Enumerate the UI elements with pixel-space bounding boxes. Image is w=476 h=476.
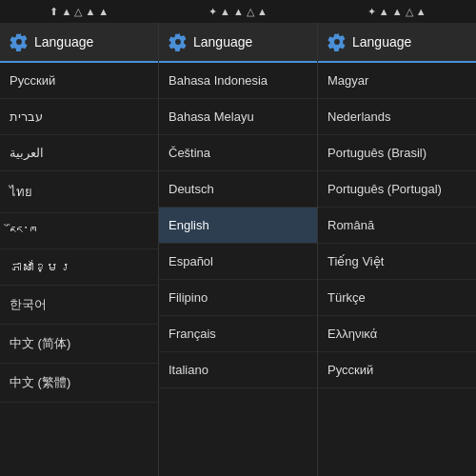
language-item[interactable]: English bbox=[159, 208, 317, 244]
gear-icon-3 bbox=[327, 32, 347, 51]
language-item[interactable]: ཇོང་ཁ bbox=[0, 213, 158, 249]
column-2-header: Language bbox=[159, 23, 317, 63]
language-item[interactable]: ไทย bbox=[0, 171, 158, 213]
column-1-header: Language bbox=[0, 23, 158, 63]
language-item[interactable]: 中文 (繁體) bbox=[0, 364, 158, 403]
language-item[interactable]: Bahasa Melayu bbox=[159, 99, 317, 135]
column-2: Language Bahasa IndonesiaBahasa MelayuČe… bbox=[159, 23, 318, 476]
language-item[interactable]: العربية bbox=[0, 135, 158, 171]
language-item[interactable]: Filipino bbox=[159, 280, 317, 316]
language-item[interactable]: Français bbox=[159, 316, 317, 352]
language-item[interactable]: Türkçe bbox=[318, 280, 476, 316]
column-1-label: Language bbox=[34, 34, 93, 50]
gear-icon-2 bbox=[169, 32, 188, 51]
status-left: ⬆ ▲ △ ▲ ▲ bbox=[50, 6, 109, 18]
language-item[interactable]: Română bbox=[318, 208, 476, 244]
language-item[interactable]: Magyar bbox=[318, 63, 476, 99]
language-item[interactable]: Bahasa Indonesia bbox=[159, 63, 317, 99]
language-item[interactable]: Tiếng Việt bbox=[318, 244, 476, 280]
columns-container: Language Русскийעבריתالعربيةไทยཇོང་ཁភាសា… bbox=[0, 23, 476, 476]
language-item[interactable]: Nederlands bbox=[318, 99, 476, 135]
column-3-label: Language bbox=[352, 34, 411, 50]
status-bar: ⬆ ▲ △ ▲ ▲ ✦ ▲ ▲ △ ▲ ✦ ▲ ▲ △ ▲ bbox=[0, 0, 476, 23]
language-item[interactable]: Русский bbox=[0, 63, 158, 99]
language-item[interactable]: Português (Portugal) bbox=[318, 171, 476, 208]
language-item[interactable]: Italiano bbox=[159, 352, 317, 388]
language-item[interactable]: Deutsch bbox=[159, 171, 317, 208]
column-1-list: Русскийעבריתالعربيةไทยཇོང་ཁភាសាខ្មែរ한국어中… bbox=[0, 63, 158, 476]
language-item[interactable]: 中文 (简体) bbox=[0, 325, 158, 364]
language-item[interactable]: עברית bbox=[0, 99, 158, 135]
status-right: ✦ ▲ ▲ △ ▲ bbox=[367, 6, 426, 18]
column-3-header: Language bbox=[318, 23, 476, 63]
status-middle: ✦ ▲ ▲ △ ▲ bbox=[208, 6, 268, 18]
column-2-list: Bahasa IndonesiaBahasa MelayuČeštinaDeut… bbox=[159, 63, 317, 476]
column-2-label: Language bbox=[193, 34, 252, 50]
language-item[interactable]: Русский bbox=[318, 352, 476, 388]
language-item[interactable]: Čeština bbox=[159, 135, 317, 171]
column-3-list: MagyarNederlandsPortuguês (Brasil)Portug… bbox=[318, 63, 476, 476]
language-item[interactable]: 한국어 bbox=[0, 286, 158, 325]
column-1: Language Русскийעבריתالعربيةไทยཇོང་ཁភាសា… bbox=[0, 23, 159, 476]
language-item[interactable]: Português (Brasil) bbox=[318, 135, 476, 171]
language-item[interactable]: ភាសាខ្មែរ bbox=[0, 249, 158, 286]
gear-icon-1 bbox=[10, 32, 29, 51]
column-3: Language MagyarNederlandsPortuguês (Bras… bbox=[318, 23, 476, 476]
language-item[interactable]: Español bbox=[159, 244, 317, 280]
language-item[interactable]: Ελληνικά bbox=[318, 316, 476, 352]
